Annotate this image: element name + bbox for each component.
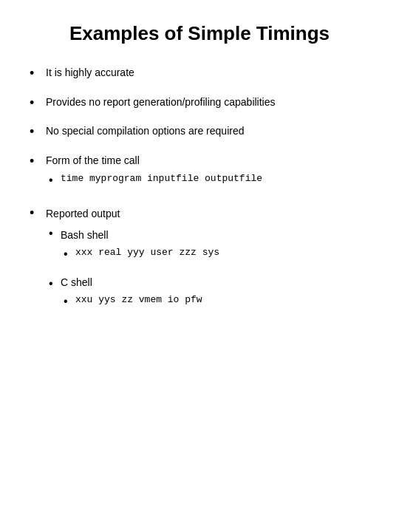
- list-item-form: • Form of the time call • time myprogram…: [30, 154, 369, 192]
- list-item-accurate: • It is highly accurate: [30, 66, 369, 82]
- bullet-text-accurate: It is highly accurate: [46, 66, 134, 81]
- bullet-dot: •: [30, 95, 43, 112]
- bullet-text-no-compile: No special compilation options are requi…: [46, 124, 244, 139]
- reported-output: Reported output • Bash shell • xxx real …: [46, 207, 219, 316]
- bash-shell-item: • Bash shell • xxx real yyy user zzz sys: [49, 225, 219, 265]
- page: Examples of Simple Timings • It is highl…: [0, 0, 399, 532]
- cshell-block: C shell • xxu yys zz vmem io pfw: [61, 276, 202, 313]
- time-command: time myprogram inputfile outputfile: [61, 172, 262, 185]
- list-item-reported: • Reported output • Bash shell • xxx rea…: [30, 205, 369, 316]
- bash-shell-block: Bash shell • xxx real yyy user zzz sys: [61, 228, 219, 265]
- bullet-text-no-report: Provides no report generation/profiling …: [46, 95, 276, 110]
- bash-values: xxx real yyy user zzz sys: [75, 246, 219, 259]
- list-item-no-report: • Provides no report generation/profilin…: [30, 95, 369, 112]
- sub-sub-dot: •: [64, 246, 75, 262]
- form-sublist: • time myprogram inputfile outputfile: [46, 172, 262, 188]
- page-title: Examples of Simple Timings: [30, 22, 369, 45]
- bullet-text-form: Form of the time call • time myprogram i…: [46, 154, 262, 192]
- sub-bullet-dot: •: [49, 172, 61, 188]
- bullet-dot: •: [30, 124, 43, 140]
- main-list: • It is highly accurate • Provides no re…: [30, 66, 369, 316]
- cshell-values: xxu yys zz vmem io pfw: [75, 293, 202, 307]
- form-sub-item: • time myprogram inputfile outputfile: [49, 172, 262, 188]
- bullet-dot: •: [30, 205, 43, 222]
- sub-bullet-dot: •: [49, 225, 61, 242]
- bash-subsub-list: • xxx real yyy user zzz sys: [61, 246, 219, 262]
- cshell-item: • C shell • xxu yys zz vmem io pfw: [49, 276, 219, 313]
- bash-values-item: • xxx real yyy user zzz sys: [64, 246, 219, 262]
- sub-sub-dot: •: [64, 293, 75, 310]
- sub-bullet-dot: •: [49, 276, 61, 292]
- bullet-dot: •: [30, 154, 43, 170]
- reported-sublist: • Bash shell • xxx real yyy user zzz sys: [46, 225, 219, 313]
- cshell-subsub-list: • xxu yys zz vmem io pfw: [61, 293, 202, 310]
- list-item-no-compile: • No special compilation options are req…: [30, 124, 369, 140]
- cshell-values-item: • xxu yys zz vmem io pfw: [64, 293, 202, 310]
- bullet-dot: •: [30, 66, 43, 82]
